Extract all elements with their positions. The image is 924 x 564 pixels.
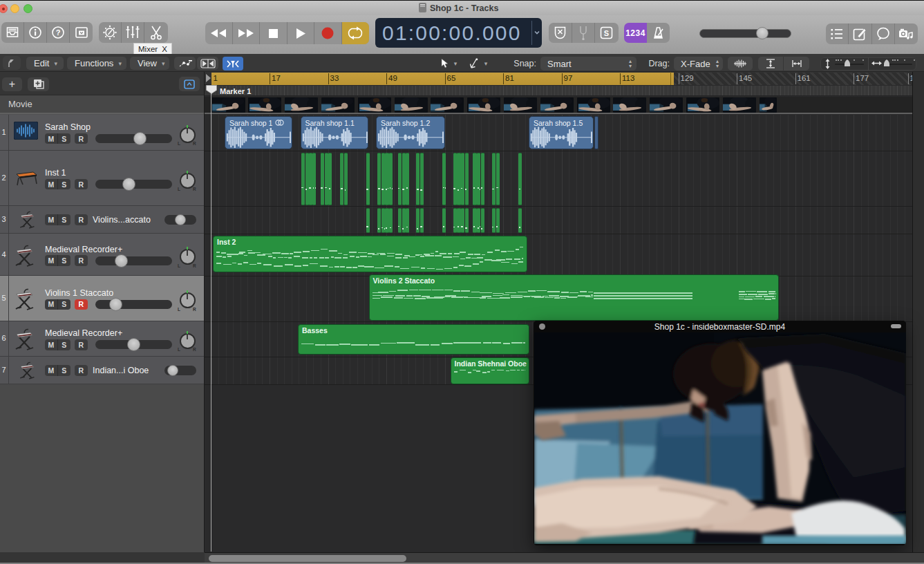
svg-text:S: S (604, 29, 609, 37)
svg-text:?: ? (56, 28, 61, 37)
